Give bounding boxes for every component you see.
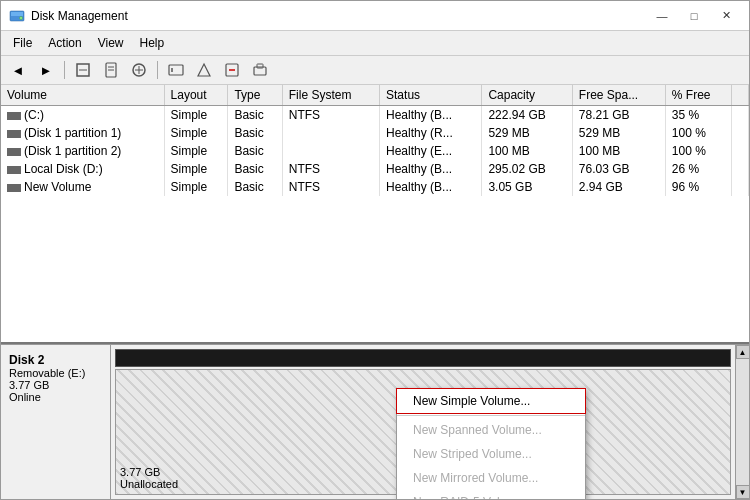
toolbar-btn6[interactable] bbox=[163, 59, 189, 81]
app-icon bbox=[9, 8, 25, 24]
table-cell-3-2: Basic bbox=[228, 160, 282, 178]
col-free[interactable]: Free Spa... bbox=[572, 85, 665, 106]
menu-file[interactable]: File bbox=[5, 33, 40, 53]
toolbar-sep2 bbox=[157, 61, 158, 79]
table-cell-0-7: 35 % bbox=[665, 106, 731, 125]
table-cell-3-4: Healthy (B... bbox=[380, 160, 482, 178]
table-cell-2-0: (Disk 1 partition 2) bbox=[1, 142, 164, 160]
svg-point-2 bbox=[20, 16, 23, 19]
toolbar-forward[interactable]: ► bbox=[33, 59, 59, 81]
col-type[interactable]: Type bbox=[228, 85, 282, 106]
table-cell-0-5: 222.94 GB bbox=[482, 106, 572, 125]
table-cell-1-8 bbox=[732, 124, 749, 142]
scroll-down[interactable]: ▼ bbox=[736, 485, 750, 499]
col-filesystem[interactable]: File System bbox=[282, 85, 379, 106]
table-row[interactable]: (Disk 1 partition 2)SimpleBasicHealthy (… bbox=[1, 142, 749, 160]
table-row[interactable]: (Disk 1 partition 1)SimpleBasicHealthy (… bbox=[1, 124, 749, 142]
col-capacity[interactable]: Capacity bbox=[482, 85, 572, 106]
col-volume[interactable]: Volume bbox=[1, 85, 164, 106]
table-cell-2-7: 100 % bbox=[665, 142, 731, 160]
context-menu-new-raid5[interactable]: New RAID-5 Volume... bbox=[397, 490, 585, 499]
table-cell-3-0: Local Disk (D:) bbox=[1, 160, 164, 178]
table-cell-1-4: Healthy (R... bbox=[380, 124, 482, 142]
toolbar-btn9[interactable] bbox=[247, 59, 273, 81]
window-title: Disk Management bbox=[31, 9, 128, 23]
col-layout[interactable]: Layout bbox=[164, 85, 228, 106]
table-cell-4-6: 2.94 GB bbox=[572, 178, 665, 196]
table-cell-2-3 bbox=[282, 142, 379, 160]
table-cell-3-6: 76.03 GB bbox=[572, 160, 665, 178]
table-cell-4-7: 96 % bbox=[665, 178, 731, 196]
table-row[interactable]: (C:)SimpleBasicNTFSHealthy (B...222.94 G… bbox=[1, 106, 749, 125]
volumes-table: Volume Layout Type File System Status Ca… bbox=[1, 85, 749, 196]
table-cell-4-5: 3.05 GB bbox=[482, 178, 572, 196]
toolbar-btn7[interactable] bbox=[191, 59, 217, 81]
toolbar-sep1 bbox=[64, 61, 65, 79]
maximize-button[interactable]: □ bbox=[679, 6, 709, 26]
disk-name: Disk 2 bbox=[9, 353, 102, 367]
table-cell-3-1: Simple bbox=[164, 160, 228, 178]
table-cell-4-2: Basic bbox=[228, 178, 282, 196]
disk-label: Disk 2 Removable (E:) 3.77 GB Online bbox=[1, 345, 111, 499]
table-cell-1-7: 100 % bbox=[665, 124, 731, 142]
table-cell-2-2: Basic bbox=[228, 142, 282, 160]
table-cell-4-3: NTFS bbox=[282, 178, 379, 196]
table-cell-2-6: 100 MB bbox=[572, 142, 665, 160]
table-cell-2-1: Simple bbox=[164, 142, 228, 160]
svg-rect-1 bbox=[11, 12, 23, 16]
toolbar: ◄ ► bbox=[1, 56, 749, 85]
toolbar-btn5[interactable] bbox=[126, 59, 152, 81]
table-cell-0-2: Basic bbox=[228, 106, 282, 125]
toolbar-back[interactable]: ◄ bbox=[5, 59, 31, 81]
table-cell-2-8 bbox=[732, 142, 749, 160]
disk-row: Disk 2 Removable (E:) 3.77 GB Online 3.7… bbox=[1, 344, 749, 499]
disk-area: Disk 2 Removable (E:) 3.77 GB Online 3.7… bbox=[1, 344, 749, 499]
title-buttons: — □ ✕ bbox=[647, 6, 741, 26]
partition-unallocated[interactable]: 3.77 GB Unallocated New Simple Volume...… bbox=[115, 369, 731, 495]
disk-management-window: Disk Management — □ ✕ File Action View H… bbox=[0, 0, 750, 500]
table-row[interactable]: New VolumeSimpleBasicNTFSHealthy (B...3.… bbox=[1, 178, 749, 196]
col-extra[interactable] bbox=[732, 85, 749, 106]
table-cell-1-6: 529 MB bbox=[572, 124, 665, 142]
svg-marker-13 bbox=[198, 64, 210, 76]
table-cell-0-6: 78.21 GB bbox=[572, 106, 665, 125]
table-cell-1-5: 529 MB bbox=[482, 124, 572, 142]
disk-type: Removable (E:) bbox=[9, 367, 102, 379]
table-cell-4-1: Simple bbox=[164, 178, 228, 196]
disk-size: 3.77 GB bbox=[9, 379, 102, 391]
context-menu-new-mirrored[interactable]: New Mirrored Volume... bbox=[397, 466, 585, 490]
svg-rect-11 bbox=[169, 65, 183, 75]
table-cell-4-8 bbox=[732, 178, 749, 196]
table-row[interactable]: Local Disk (D:)SimpleBasicNTFSHealthy (B… bbox=[1, 160, 749, 178]
menu-action[interactable]: Action bbox=[40, 33, 89, 53]
menu-help[interactable]: Help bbox=[132, 33, 173, 53]
toolbar-btn4[interactable] bbox=[98, 59, 124, 81]
context-menu-new-striped[interactable]: New Striped Volume... bbox=[397, 442, 585, 466]
table-cell-3-7: 26 % bbox=[665, 160, 731, 178]
context-menu-new-spanned[interactable]: New Spanned Volume... bbox=[397, 418, 585, 442]
close-button[interactable]: ✕ bbox=[711, 6, 741, 26]
menu-view[interactable]: View bbox=[90, 33, 132, 53]
table-cell-4-4: Healthy (B... bbox=[380, 178, 482, 196]
disk-bottom: 3.77 GB Unallocated New Simple Volume...… bbox=[115, 369, 731, 495]
context-menu-sep1 bbox=[397, 415, 585, 416]
table-cell-2-4: Healthy (E... bbox=[380, 142, 482, 160]
toolbar-btn3[interactable] bbox=[70, 59, 96, 81]
menu-bar: File Action View Help bbox=[1, 31, 749, 56]
toolbar-btn8[interactable] bbox=[219, 59, 245, 81]
scrollbar-right[interactable]: ▲ ▼ bbox=[735, 345, 749, 499]
context-menu-new-simple[interactable]: New Simple Volume... bbox=[397, 389, 585, 413]
table-cell-1-1: Simple bbox=[164, 124, 228, 142]
context-menu: New Simple Volume... New Spanned Volume.… bbox=[396, 388, 586, 499]
table-cell-0-8 bbox=[732, 106, 749, 125]
title-bar-left: Disk Management bbox=[9, 8, 128, 24]
table-cell-0-0: (C:) bbox=[1, 106, 164, 125]
minimize-button[interactable]: — bbox=[647, 6, 677, 26]
table-cell-3-3: NTFS bbox=[282, 160, 379, 178]
col-percent[interactable]: % Free bbox=[665, 85, 731, 106]
volumes-table-area: Volume Layout Type File System Status Ca… bbox=[1, 85, 749, 344]
scroll-up[interactable]: ▲ bbox=[736, 345, 750, 359]
table-cell-4-0: New Volume bbox=[1, 178, 164, 196]
col-status[interactable]: Status bbox=[380, 85, 482, 106]
table-cell-1-0: (Disk 1 partition 1) bbox=[1, 124, 164, 142]
